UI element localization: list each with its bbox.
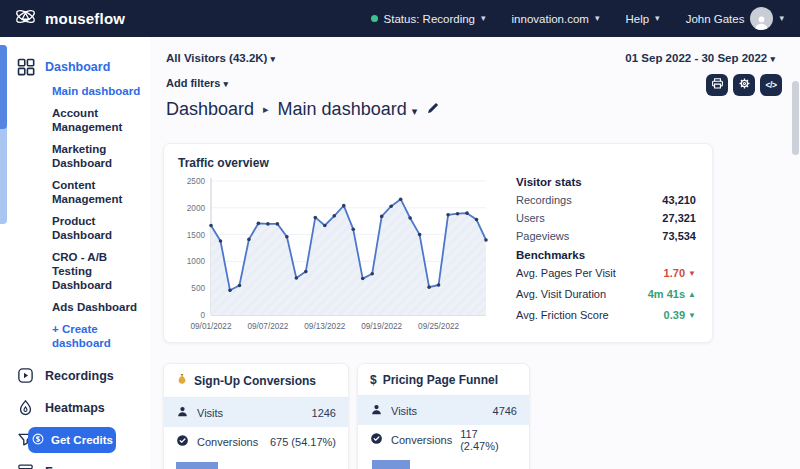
stat-value: 27,321 [662,212,696,224]
sidebar-item-heatmaps[interactable]: Heatmaps [0,392,150,424]
traffic-chart-svg: 0500100015002000250009/01/202209/07/2022… [178,172,494,338]
benchmarks-title: Benchmarks [516,249,696,261]
print-button[interactable] [706,74,728,96]
top-navbar: mouseflow Status: Recording ▾ innovation… [0,0,800,37]
sidebar-item-label: Recordings [45,369,114,383]
funnel-row-visits: Visits 1246 [164,398,348,427]
person-icon [176,405,189,420]
svg-text:500: 500 [191,284,205,293]
stat-label: Pageviews [516,230,569,242]
row-value: 117 (2.47%) [460,428,517,452]
trend-up-icon: ▲ [688,290,696,299]
printer-icon [711,77,724,93]
create-dashboard-button[interactable]: + Create dashboard [52,322,142,350]
breadcrumb-section[interactable]: Dashboard [166,99,254,120]
heatmaps-flame-icon [17,399,35,417]
breadcrumb: Dashboard ▸ Main dashboard ▾ [166,99,440,120]
widget-settings-button[interactable] [733,74,755,96]
sidebar-subitem-cro-ab-testing-dashboard[interactable]: CRO - A/B Testing Dashboard [52,250,142,292]
svg-text:1000: 1000 [187,257,206,266]
add-filters-button[interactable]: Add filters ▾ [166,77,228,89]
sidebar-item-label: Heatmaps [45,401,105,415]
chevron-down-icon: ▾ [223,79,228,89]
stat-row: Recordings 43,210 [516,194,696,206]
svg-text:09/01/2022: 09/01/2022 [191,322,232,331]
chevron-down-icon: ▾ [779,14,784,23]
breadcrumb-page-dropdown[interactable]: Main dashboard ▾ [278,99,418,120]
status-label: Status: Recording [384,13,475,25]
chevron-right-icon: ▸ [263,103,269,116]
row-value: 1246 [312,407,336,419]
money-bag-icon [176,373,188,389]
row-label: Visits [391,405,485,417]
funnel-row-visits: Visits 4746 [358,396,529,425]
brand[interactable]: mouseflow [14,5,125,32]
dollar-icon: $ [370,373,377,387]
trend-down-icon: ▼ [688,269,696,278]
chevron-down-icon: ▾ [770,54,775,64]
site-menu[interactable]: innovation.com ▾ [512,13,600,25]
sidebar-scrollbar-thumb[interactable] [0,45,7,129]
page-scrollbar-thumb[interactable] [792,81,799,155]
pricing-page-funnel-card: $ Pricing Page Funnel Visits 4746 [357,363,530,469]
sidebar-item-dashboard[interactable]: Dashboard [0,52,150,82]
benchmark-row: Avg. Visit Duration 4m 41s ▲ [516,288,696,300]
row-value: 675 (54.17%) [270,436,336,448]
sidebar-subitem-content-management[interactable]: Content Management [52,178,142,206]
check-circle-icon [176,434,189,449]
help-label: Help [625,13,649,25]
stat-row: Pageviews 73,534 [516,230,696,242]
sidebar-item-recordings[interactable]: Recordings [0,360,150,392]
benchmark-value: 0.39 [664,309,685,321]
forms-rows-icon [17,463,35,469]
sidebar-subitem-product-dashboard[interactable]: Product Dashboard [52,214,142,242]
svg-text:2000: 2000 [187,204,206,213]
sidebar-item-forms[interactable]: Forms [0,456,150,469]
get-credits-button[interactable]: Get Credits [28,427,116,453]
person-icon [370,403,383,418]
benchmark-value: 4m 41s [648,288,685,300]
brand-name: mouseflow [45,10,125,27]
traffic-chart: 0500100015002000250009/01/202209/07/2022… [178,172,494,342]
signup-conversions-card: Sign-Up Conversions Visits 1246 [163,363,349,469]
sidebar-subitem-marketing-dashboard[interactable]: Marketing Dashboard [52,142,142,170]
help-menu[interactable]: Help ▾ [625,13,659,25]
main-content: All Visitors (43.2K) ▾ 01 Sep 2022 - 30 … [150,37,800,469]
sidebar-subitem-account-management[interactable]: Account Management [52,106,142,134]
benchmark-label: Avg. Visit Duration [516,288,606,300]
dashboard-grid-icon [17,58,35,76]
status-menu[interactable]: Status: Recording ▾ [371,13,486,25]
benchmark-row: Avg. Friction Score 0.39 ▼ [516,309,696,321]
stat-label: Recordings [516,194,572,206]
visitor-stats-title: Visitor stats [516,176,696,188]
sidebar: Dashboard Main dashboard Account Managem… [0,37,150,469]
edit-dashboard-button[interactable] [426,99,440,120]
user-menu[interactable]: John Gates ▾ [686,7,784,30]
avatar[interactable] [750,7,773,30]
site-label: innovation.com [512,13,589,25]
recordings-play-icon [17,367,35,385]
add-filters-label: Add filters [166,77,220,89]
embed-code-button[interactable]: </> [760,74,782,96]
chevron-down-icon: ▾ [481,14,486,23]
row-label: Conversions [197,436,262,448]
visitor-segment-dropdown[interactable]: All Visitors (43.2K) ▾ [166,52,275,64]
stat-value: 43,210 [662,194,696,206]
card-title: Sign-Up Conversions [194,374,316,388]
sidebar-scrollbar-track[interactable] [0,45,7,224]
sidebar-subitem-ads-dashboard[interactable]: Ads Dashboard [52,300,142,314]
row-value: 4746 [493,405,517,417]
benchmark-row: Avg. Pages Per Visit 1.70 ▼ [516,267,696,279]
sidebar-subitem-main-dashboard[interactable]: Main dashboard [52,84,142,98]
chevron-down-icon: ▾ [655,14,660,23]
date-range-label: 01 Sep 2022 - 30 Sep 2022 [625,52,767,64]
traffic-overview-card: Traffic overview 0500100015002000250009/… [163,143,713,343]
benchmark-label: Avg. Pages Per Visit [516,267,616,279]
get-credits-label: Get Credits [51,434,113,446]
stat-row: Users 27,321 [516,212,696,224]
svg-text:09/25/2022: 09/25/2022 [418,322,459,331]
date-range-picker[interactable]: 01 Sep 2022 - 30 Sep 2022 ▾ [625,52,775,64]
gear-icon [738,77,751,93]
funnel-row-conversions: Conversions 675 (54.17%) [164,427,348,456]
funnel-bar [176,462,218,469]
